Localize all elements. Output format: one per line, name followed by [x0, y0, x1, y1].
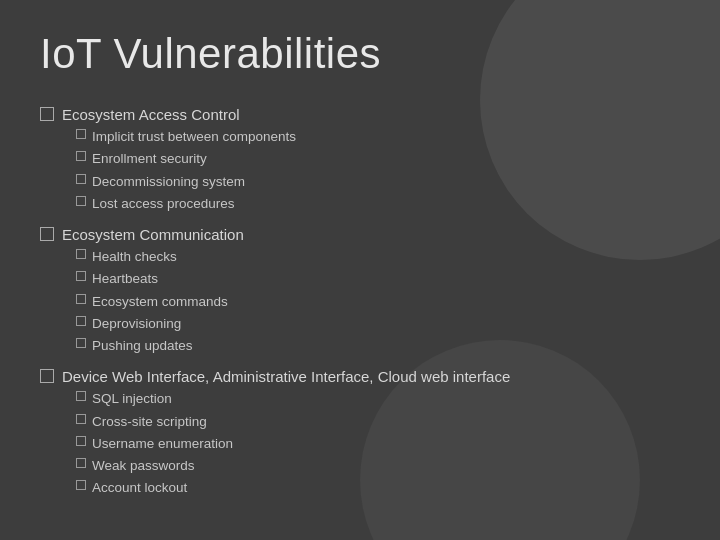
list-item: Heartbeats: [76, 269, 670, 289]
section-device-web: Device Web Interface, Administrative Int…: [40, 368, 670, 498]
sub-bullet-2-2: [76, 436, 86, 446]
section-label-ecosystem-access: Ecosystem Access Control: [62, 106, 240, 123]
sub-bullet-2-0: [76, 391, 86, 401]
sub-bullet-0-3: [76, 196, 86, 206]
sub-bullet-1-4: [76, 338, 86, 348]
list-item-label: Implicit trust between components: [92, 127, 296, 147]
sub-bullet-2-1: [76, 414, 86, 424]
list-item: Implicit trust between components: [76, 127, 670, 147]
section-bullet-1: [40, 227, 54, 241]
list-item-label: Pushing updates: [92, 336, 193, 356]
main-content: IoT Vulnerabilities Ecosystem Access Con…: [0, 0, 720, 531]
section-header-device-web: Device Web Interface, Administrative Int…: [40, 368, 670, 385]
list-item: Health checks: [76, 247, 670, 267]
sub-bullet-1-0: [76, 249, 86, 259]
section-label-ecosystem-communication: Ecosystem Communication: [62, 226, 244, 243]
list-item-label: Cross-site scripting: [92, 412, 207, 432]
list-item: Weak passwords: [76, 456, 670, 476]
section-items-device-web: SQL injectionCross-site scriptingUsernam…: [40, 389, 670, 498]
list-item-label: Deprovisioning: [92, 314, 181, 334]
list-item-label: Username enumeration: [92, 434, 233, 454]
section-items-ecosystem-communication: Health checksHeartbeatsEcosystem command…: [40, 247, 670, 356]
section-items-ecosystem-access: Implicit trust between componentsEnrollm…: [40, 127, 670, 214]
sub-bullet-0-1: [76, 151, 86, 161]
sub-bullet-1-3: [76, 316, 86, 326]
list-item: Ecosystem commands: [76, 292, 670, 312]
sub-bullet-1-2: [76, 294, 86, 304]
sub-bullet-1-1: [76, 271, 86, 281]
list-item: Cross-site scripting: [76, 412, 670, 432]
list-item-label: Enrollment security: [92, 149, 207, 169]
sub-bullet-2-4: [76, 480, 86, 490]
list-item: Account lockout: [76, 478, 670, 498]
list-item-label: Health checks: [92, 247, 177, 267]
list-item: Username enumeration: [76, 434, 670, 454]
section-bullet-0: [40, 107, 54, 121]
list-item-label: Heartbeats: [92, 269, 158, 289]
list-item: Lost access procedures: [76, 194, 670, 214]
sub-bullet-0-2: [76, 174, 86, 184]
page-title: IoT Vulnerabilities: [40, 30, 670, 78]
list-item-label: Account lockout: [92, 478, 187, 498]
list-item-label: Ecosystem commands: [92, 292, 228, 312]
list-item-label: Weak passwords: [92, 456, 195, 476]
list-item: Decommissioning system: [76, 172, 670, 192]
list-item-label: SQL injection: [92, 389, 172, 409]
list-item: Deprovisioning: [76, 314, 670, 334]
sub-bullet-2-3: [76, 458, 86, 468]
section-bullet-2: [40, 369, 54, 383]
section-ecosystem-communication: Ecosystem CommunicationHealth checksHear…: [40, 226, 670, 356]
sub-bullet-0-0: [76, 129, 86, 139]
list-item-label: Lost access procedures: [92, 194, 235, 214]
section-ecosystem-access: Ecosystem Access ControlImplicit trust b…: [40, 106, 670, 214]
list-item: Enrollment security: [76, 149, 670, 169]
section-header-ecosystem-access: Ecosystem Access Control: [40, 106, 670, 123]
list-item: SQL injection: [76, 389, 670, 409]
section-header-ecosystem-communication: Ecosystem Communication: [40, 226, 670, 243]
list-item: Pushing updates: [76, 336, 670, 356]
section-label-device-web: Device Web Interface, Administrative Int…: [62, 368, 510, 385]
list-item-label: Decommissioning system: [92, 172, 245, 192]
sections-container: Ecosystem Access ControlImplicit trust b…: [40, 106, 670, 499]
